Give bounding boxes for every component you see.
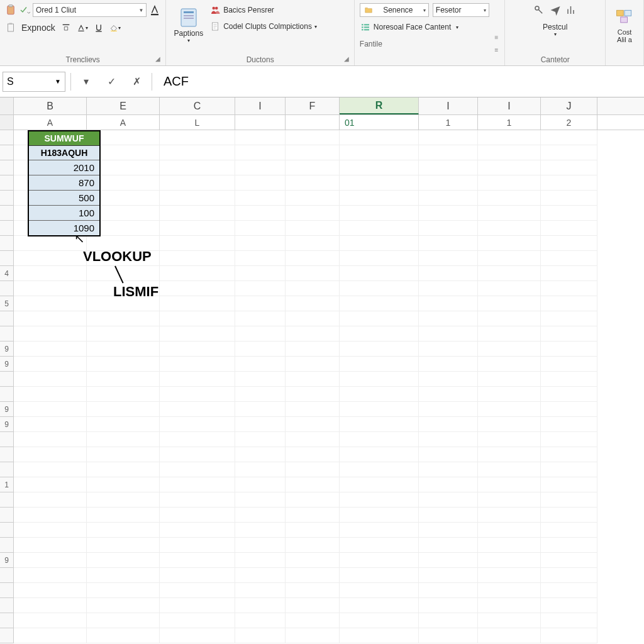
row-header[interactable] bbox=[0, 115, 14, 130]
svg-rect-25 bbox=[621, 17, 628, 23]
align-toggle-icon[interactable]: ≡ bbox=[491, 44, 502, 55]
chart-icon[interactable] bbox=[566, 4, 577, 16]
column-header[interactable]: J bbox=[541, 97, 597, 114]
row-header[interactable] bbox=[0, 387, 13, 402]
expnock-label[interactable]: Expnock bbox=[21, 23, 55, 33]
dropdown-arrow-icon: ▾ bbox=[456, 25, 458, 30]
row-header[interactable] bbox=[0, 130, 13, 145]
row-header[interactable] bbox=[0, 598, 13, 613]
row-header[interactable] bbox=[0, 613, 13, 628]
column-header-active[interactable]: R bbox=[340, 97, 419, 114]
senence-select[interactable]: Senence ▾ bbox=[360, 3, 429, 17]
column-header[interactable]: C bbox=[160, 97, 235, 114]
row-header[interactable] bbox=[0, 281, 13, 296]
codel-button[interactable]: Codel Clupts Colmpictions ▾ bbox=[209, 19, 317, 34]
data-box-green-header: SUMWUF bbox=[29, 131, 99, 146]
row-header[interactable]: 5 bbox=[0, 296, 13, 311]
data-range-box[interactable]: SUMWUF H183AQUH 2010 870 500 100 1090 bbox=[28, 130, 101, 236]
row-header[interactable] bbox=[0, 492, 13, 508]
row-header[interactable] bbox=[0, 508, 13, 523]
sub-header-cell[interactable]: 1 bbox=[478, 115, 541, 130]
row-header[interactable] bbox=[0, 628, 13, 643]
row-header[interactable] bbox=[0, 372, 13, 387]
cost-label: Cost bbox=[618, 28, 632, 36]
column-header[interactable]: I bbox=[419, 97, 478, 114]
sub-header-cell[interactable]: L bbox=[160, 115, 235, 130]
data-box-value[interactable]: 100 bbox=[29, 206, 99, 221]
row-header[interactable]: 1 bbox=[0, 477, 13, 492]
column-header[interactable]: E bbox=[87, 97, 160, 114]
sub-header-cell[interactable]: 2 bbox=[541, 115, 597, 130]
sub-header-cell[interactable]: 01 bbox=[340, 115, 419, 130]
row-header[interactable]: 4 bbox=[0, 266, 13, 281]
svg-rect-21 bbox=[364, 29, 369, 30]
column-header[interactable]: I bbox=[478, 97, 541, 114]
sub-header-cell[interactable] bbox=[286, 115, 340, 130]
row-header[interactable] bbox=[0, 145, 13, 160]
row-header[interactable] bbox=[0, 160, 13, 175]
clipboard-icon[interactable] bbox=[5, 22, 16, 33]
row-header[interactable] bbox=[0, 311, 13, 326]
row-header[interactable]: 9 bbox=[0, 417, 13, 432]
row-header[interactable] bbox=[0, 538, 13, 553]
row-header[interactable] bbox=[0, 432, 13, 447]
row-header[interactable]: 9 bbox=[0, 402, 13, 417]
row-header[interactable] bbox=[0, 206, 13, 221]
pestcul-button[interactable]: Pestcul ▾ bbox=[540, 21, 570, 38]
fesetor-select[interactable]: Fesetor ▾ bbox=[433, 3, 489, 17]
name-box[interactable]: S ▼ bbox=[3, 72, 65, 92]
noresoal-button[interactable]: Noresoal Face Cantent ▾ bbox=[360, 19, 458, 35]
row-header[interactable] bbox=[0, 251, 13, 266]
bacics-button[interactable]: Bacics Pensrer bbox=[209, 3, 317, 18]
confirm-button[interactable]: ✓ bbox=[101, 72, 121, 92]
column-header[interactable]: I bbox=[235, 97, 286, 114]
sub-header-cell[interactable]: 1 bbox=[419, 115, 478, 130]
data-box-bold-header: H183AQUH bbox=[29, 146, 99, 160]
paptions-button[interactable]: Paptions ▾ bbox=[171, 3, 206, 47]
sub-header-cell[interactable]: A bbox=[87, 115, 160, 130]
row-header[interactable]: 9 bbox=[0, 341, 13, 357]
data-box-value[interactable]: 1090 bbox=[29, 221, 99, 235]
ribbon-group-label: Cantetor bbox=[510, 54, 600, 64]
data-box-value[interactable]: 2010 bbox=[29, 160, 99, 175]
font-style-icon[interactable]: ▾ bbox=[77, 22, 88, 33]
formula-input[interactable] bbox=[157, 72, 641, 92]
sub-header-cell[interactable]: A bbox=[14, 115, 87, 130]
fx-dropdown-button[interactable]: ▾ bbox=[76, 72, 96, 92]
fill-color-icon[interactable]: ▾ bbox=[109, 22, 121, 33]
row-header[interactable] bbox=[0, 326, 13, 341]
row-header[interactable] bbox=[0, 583, 13, 598]
underline-icon[interactable] bbox=[93, 22, 104, 33]
check-dropdown-icon[interactable] bbox=[19, 4, 30, 16]
svg-rect-17 bbox=[364, 24, 369, 25]
column-header[interactable]: B bbox=[14, 97, 87, 114]
cancel-button[interactable]: ✗ bbox=[126, 72, 147, 92]
row-header[interactable] bbox=[0, 523, 13, 538]
cells-area[interactable]: SUMWUF H183AQUH 2010 870 500 100 1090 ↖ … bbox=[14, 130, 644, 643]
svg-rect-4 bbox=[9, 23, 13, 25]
row-header[interactable]: 9 bbox=[0, 357, 13, 372]
row-header[interactable] bbox=[0, 221, 13, 236]
row-header[interactable] bbox=[0, 462, 13, 477]
plane-icon[interactable] bbox=[550, 4, 561, 16]
row-header[interactable] bbox=[0, 447, 13, 462]
align-toggle-icon[interactable]: ≡ bbox=[491, 31, 502, 43]
data-box-value[interactable]: 870 bbox=[29, 175, 99, 191]
key-icon[interactable] bbox=[533, 4, 545, 16]
row-header[interactable] bbox=[0, 175, 13, 191]
row-header[interactable] bbox=[0, 236, 13, 251]
column-header[interactable]: F bbox=[286, 97, 340, 114]
row-header[interactable]: 9 bbox=[0, 553, 13, 568]
sub-header-cell[interactable] bbox=[235, 115, 286, 130]
folder-icon bbox=[363, 4, 374, 16]
select-all-corner[interactable] bbox=[0, 97, 14, 114]
group-expand-icon[interactable]: ◢ bbox=[344, 55, 352, 63]
underline-top-icon[interactable] bbox=[60, 22, 72, 33]
group-expand-icon[interactable]: ◢ bbox=[155, 55, 163, 63]
font-name-select[interactable]: Ored 1 Cliut ▼ bbox=[33, 3, 147, 17]
row-header[interactable] bbox=[0, 568, 13, 583]
font-color-icon[interactable] bbox=[149, 4, 160, 16]
data-box-value[interactable]: 500 bbox=[29, 191, 99, 206]
cost-button[interactable]: Cost Alil a bbox=[611, 3, 638, 47]
row-header[interactable] bbox=[0, 191, 13, 206]
